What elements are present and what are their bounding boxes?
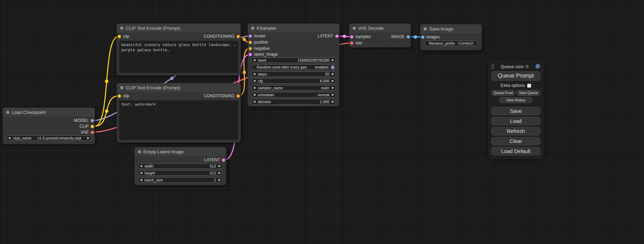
decrement-arrow-icon[interactable]: ◀ [253,59,255,62]
input-slot-clip[interactable]: clip [118,34,129,39]
queue-prompt-button[interactable]: Queue Prompt [491,71,540,81]
node-save-image[interactable]: Save Image images filename_prefix ComfyU… [420,24,482,50]
save-button[interactable]: Save [491,107,540,115]
input-slot-samples[interactable]: samples [350,34,371,39]
node-clip-text-encode-negative[interactable]: CLIP Text Encode (Prompt) clip CONDITION… [117,83,241,143]
input-slot-clip[interactable]: clip [118,93,129,98]
collapse-dot[interactable] [120,86,123,89]
collapse-dot[interactable] [120,27,123,30]
node-title-bar[interactable]: VAE Decode [349,24,411,33]
output-slot-image[interactable]: IMAGE [391,34,410,39]
batch-size-widget[interactable]: ◀ batch_size 1 ▶ [138,177,223,183]
node-title-bar[interactable]: CLIP Text Encode (Prompt) [117,83,241,92]
output-dot-conditioning[interactable] [237,35,240,38]
increment-arrow-icon[interactable]: ▶ [332,73,334,75]
prompt-textarea[interactable]: beautiful scenery nature glass bottle la… [119,41,238,73]
decrement-arrow-icon[interactable]: ◀ [253,93,255,96]
decrement-arrow-icon[interactable]: ◀ [140,179,142,181]
decrement-arrow-icon[interactable]: ◀ [253,100,255,103]
input-slot-latent-image[interactable]: latent_image [249,52,278,57]
increment-arrow-icon[interactable]: ▶ [332,87,334,89]
output-dot-image[interactable] [407,35,410,38]
output-slot-latent[interactable]: LATENT [318,34,338,38]
output-slot-conditioning[interactable]: CONDITIONING [204,34,240,39]
collapse-dot[interactable] [6,111,9,114]
input-slot-images[interactable]: images [421,35,440,39]
output-dot-latent[interactable] [222,159,225,162]
node-load-checkpoint[interactable]: Load Checkpoint MODEL CLIP VAE ◀ ckpt_na… [3,108,95,144]
refresh-button[interactable]: Refresh [491,127,540,135]
input-dot-vae[interactable] [350,42,353,45]
output-dot-latent[interactable] [335,35,338,38]
decrement-arrow-icon[interactable]: ◀ [8,137,10,139]
node-title-bar[interactable]: Load Checkpoint [3,108,95,117]
width-widget[interactable]: ◀ width 512 ▶ [138,163,223,169]
increment-arrow-icon[interactable]: ▶ [332,100,334,103]
increment-arrow-icon[interactable]: ▶ [219,179,221,181]
output-slot-latent[interactable]: LATENT [204,157,225,162]
node-clip-text-encode-positive[interactable]: CLIP Text Encode (Prompt) clip CONDITION… [117,24,241,75]
input-slot-vae[interactable]: vae [350,40,362,45]
input-dot-positive[interactable] [249,41,252,44]
node-ksampler[interactable]: KSampler model positive negative latent_… [248,24,339,107]
sampler-name-widget[interactable]: ◀ sampler_name euler ▶ [251,85,336,91]
scheduler-widget[interactable]: ◀ scheduler normal ▶ [251,92,336,98]
decrement-arrow-icon[interactable]: ◀ [253,80,255,82]
input-dot-model[interactable] [249,35,252,38]
height-widget[interactable]: ◀ height 512 ▶ [138,170,223,176]
increment-arrow-icon[interactable]: ▶ [332,80,334,82]
collapse-dot[interactable] [353,27,356,30]
seed-widget[interactable]: ◀ seed 156680208700286 ▶ [251,57,336,63]
output-dot-model[interactable] [91,119,94,122]
node-title-bar[interactable]: KSampler [248,24,339,33]
input-dot-clip[interactable] [118,94,121,98]
settings-gear-icon[interactable] [535,64,540,69]
extra-options-checkbox[interactable] [527,84,531,88]
node-title-bar[interactable]: Empty Latent Image [134,147,226,156]
decrement-arrow-icon[interactable]: ◀ [140,165,142,168]
output-slot-vae[interactable]: VAE [81,130,94,135]
increment-arrow-icon[interactable]: ▶ [332,59,334,62]
input-dot-samples[interactable] [350,35,353,38]
increment-arrow-icon[interactable]: ▶ [219,165,221,168]
cfg-widget[interactable]: ◀ cfg 8.000 ▶ [251,78,336,84]
input-dot-negative[interactable] [249,47,252,50]
filename-prefix-widget[interactable]: filename_prefix ComfyUI [424,40,478,46]
view-history-button[interactable]: View History [499,97,533,103]
load-default-button[interactable]: Load Default [491,147,540,155]
prompt-textarea[interactable]: text, watermark [119,100,238,140]
output-slot-clip[interactable]: CLIP [79,124,94,129]
random-seed-toggle[interactable] [331,65,335,69]
input-slot-positive[interactable]: positive [249,40,268,45]
input-dot-latent-image[interactable] [249,53,252,56]
output-dot-conditioning[interactable] [237,94,240,98]
node-title-bar[interactable]: Save Image [420,24,482,33]
node-empty-latent-image[interactable]: Empty Latent Image LATENT ◀ width 512 ▶ … [134,147,226,185]
increment-arrow-icon[interactable]: ▶ [219,172,221,174]
decrement-arrow-icon[interactable]: ◀ [253,73,255,75]
clear-button[interactable]: Clear [491,137,540,145]
load-button[interactable]: Load [491,117,540,125]
input-slot-negative[interactable]: negative [249,46,270,51]
decrement-arrow-icon[interactable]: ◀ [253,87,255,89]
output-slot-conditioning[interactable]: CONDITIONING [204,93,240,98]
increment-arrow-icon[interactable]: ▶ [87,137,89,139]
collapse-dot[interactable] [424,27,427,30]
denoise-widget[interactable]: ◀ denoise 1.000 ▶ [251,99,336,105]
input-slot-model[interactable]: model [249,34,265,38]
input-dot-clip[interactable] [118,35,121,38]
node-vae-decode[interactable]: VAE Decode samples IMAGE vae [349,24,411,47]
output-dot-clip[interactable] [91,125,94,128]
collapse-dot[interactable] [251,27,254,30]
input-dot-images[interactable] [421,36,424,39]
comfyui-canvas[interactable]: { "colors": { "model": "#b39ddb", "clip"… [0,0,644,244]
random-seed-widget[interactable]: Random seed after every gen enabled [251,64,336,70]
output-slot-model[interactable]: MODEL [74,118,94,123]
drag-handle-icon[interactable] [491,64,494,69]
collapse-dot[interactable] [138,150,141,153]
ckpt-name-widget[interactable]: ◀ ckpt_name v1-5-pruned-emaonly.ckpt ▶ [6,135,91,141]
view-queue-button[interactable]: View Queue [517,90,540,96]
increment-arrow-icon[interactable]: ▶ [332,93,334,96]
decrement-arrow-icon[interactable]: ◀ [140,172,142,174]
output-dot-vae[interactable] [91,131,94,134]
